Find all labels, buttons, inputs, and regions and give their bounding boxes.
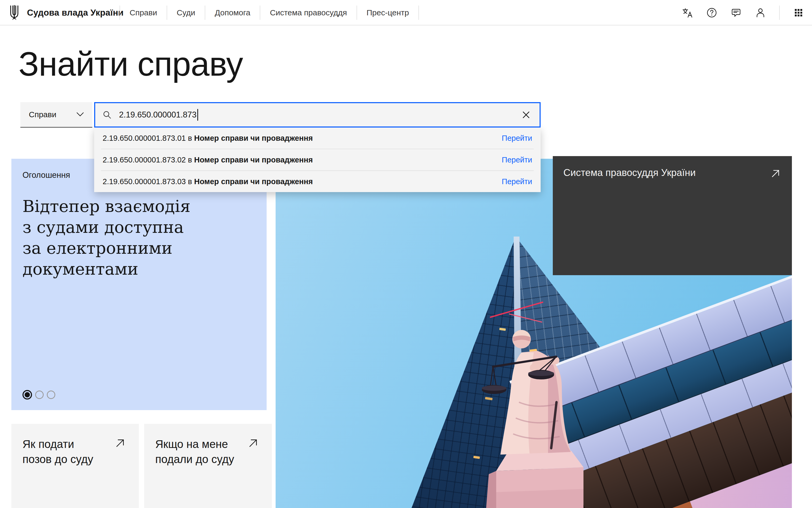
- chat-icon[interactable]: [730, 7, 741, 18]
- search-suggestions-panel: 2.19.650.000001.873.01 в Номер справи чи…: [94, 128, 541, 192]
- if-sued-title: Якщо на мене подали до суду: [155, 436, 234, 467]
- carousel-dots: [22, 390, 55, 399]
- text-caret: [197, 109, 198, 121]
- suggestion-connector: в: [186, 156, 194, 164]
- how-to-sue-title: Як подати позов до суду: [22, 436, 93, 467]
- system-pravosuddia-card[interactable]: Система правосуддя України: [553, 156, 792, 275]
- lady-justice-statue: [482, 323, 593, 508]
- suggestion-row[interactable]: 2.19.650.000001.873.03 в Номер справи чи…: [94, 171, 541, 192]
- search-category-label: Справи: [29, 110, 56, 119]
- suggestion-field: Номер справи чи провадження: [194, 177, 313, 186]
- chevron-down-icon: [77, 112, 84, 117]
- suggestion-connector: в: [186, 134, 194, 142]
- carousel-dot-3[interactable]: [47, 390, 55, 399]
- arrow-up-right-icon: [115, 438, 126, 449]
- announcement-label: Оголошення: [22, 170, 70, 180]
- go-to-case-link[interactable]: Перейти: [502, 134, 532, 142]
- arrow-up-right-icon: [247, 438, 259, 449]
- suggestion-field: Номер справи чи провадження: [194, 134, 313, 142]
- arrow-up-right-icon: [770, 168, 781, 179]
- announcement-heading: Відтепер взаємодія з судами доступна за …: [22, 196, 190, 280]
- page-title: Знайти справу: [18, 44, 243, 83]
- suggestion-row[interactable]: 2.19.650.000001.873.02 в Номер справи чи…: [94, 149, 541, 170]
- announcement-card[interactable]: Оголошення Відтепер взаємодія з судами д…: [11, 159, 267, 410]
- close-icon: [522, 111, 530, 119]
- icons-separator: [779, 6, 780, 20]
- system-card-title: Система правосуддя України: [563, 167, 695, 178]
- suggestion-value: 2.19.650.000001.873.02: [103, 156, 186, 164]
- search-query-text: 2.19.650.000001.873: [119, 110, 196, 120]
- help-icon[interactable]: [706, 7, 717, 18]
- nav-item-sudy[interactable]: Суди: [167, 8, 205, 17]
- nav-item-dopomoha[interactable]: Допомога: [205, 8, 260, 17]
- search-input[interactable]: 2.19.650.000001.873: [94, 102, 541, 128]
- brand-title: Судова влада України: [27, 0, 124, 26]
- suggestion-row[interactable]: 2.19.650.000001.873.01 в Номер справи чи…: [94, 128, 541, 149]
- go-to-case-link[interactable]: Перейти: [502, 156, 532, 164]
- nav-item-spravy[interactable]: Справи: [120, 8, 167, 17]
- suggestion-field: Номер справи чи провадження: [194, 156, 313, 164]
- suggestion-value: 2.19.650.000001.873.03: [103, 177, 186, 186]
- carousel-dot-2[interactable]: [35, 390, 44, 399]
- app-switcher-icon[interactable]: [793, 7, 804, 18]
- tryzub-logo-icon: [8, 5, 20, 20]
- go-to-case-link[interactable]: Перейти: [502, 177, 532, 186]
- top-navbar: Судова влада України Справи Суди Допомог…: [0, 0, 812, 26]
- header-actions: [682, 0, 804, 26]
- suggestion-value: 2.19.650.000001.873.01: [103, 134, 186, 142]
- if-sued-card[interactable]: Якщо на мене подали до суду: [144, 424, 272, 508]
- carousel-dot-1-active[interactable]: [22, 390, 32, 399]
- suggestion-connector: в: [186, 177, 194, 186]
- nav-separator: [418, 6, 419, 20]
- user-icon[interactable]: [755, 7, 766, 18]
- search-category-dropdown[interactable]: Справи: [20, 102, 92, 128]
- nav-item-pres-centr[interactable]: Прес-центр: [357, 8, 418, 17]
- how-to-sue-card[interactable]: Як подати позов до суду: [11, 424, 139, 508]
- translate-icon[interactable]: [682, 7, 693, 18]
- search-bar: Справи 2.19.650.000001.873: [20, 102, 541, 128]
- nav-item-systema-pravosuddia[interactable]: Система правосуддя: [260, 8, 356, 17]
- search-icon: [103, 110, 111, 119]
- clear-search-button[interactable]: [520, 109, 532, 121]
- main-nav: Справи Суди Допомога Система правосуддя …: [120, 0, 419, 26]
